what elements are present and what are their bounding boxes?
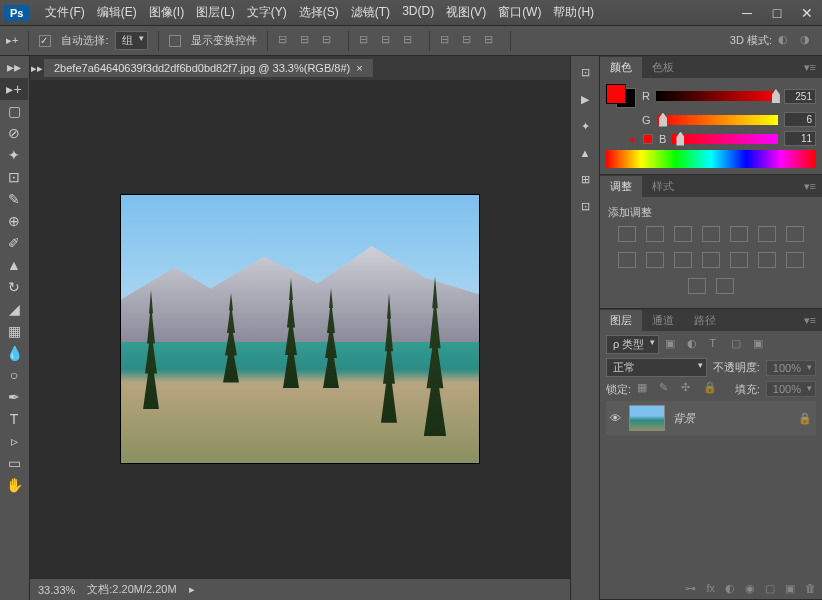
pen-tool[interactable]: ✒ (0, 386, 28, 408)
posterize-icon[interactable] (730, 252, 748, 268)
document-tab[interactable]: 2befe7a64640639f3dd2df6bd0bd82f7.jpg @ 3… (44, 59, 373, 77)
menu-type[interactable]: 文字(Y) (241, 4, 293, 21)
layers-panel-menu-icon[interactable]: ▾≡ (798, 314, 822, 327)
link-layers-icon[interactable]: ⊶ (685, 582, 696, 595)
hue-icon[interactable] (758, 226, 776, 242)
eraser-tool[interactable]: ◢ (0, 298, 28, 320)
threshold-icon[interactable] (786, 252, 804, 268)
wand-tool[interactable]: ✦ (0, 144, 28, 166)
hand-tool[interactable]: ✋ (0, 474, 28, 496)
gradient-map-icon[interactable] (688, 278, 706, 294)
blur-tool[interactable]: 💧 (0, 342, 28, 364)
distribute-icon-1[interactable]: ⊟ (440, 33, 456, 49)
b-input[interactable] (784, 131, 816, 146)
align-icon-2[interactable]: ⊟ (300, 33, 316, 49)
marquee-tool[interactable]: ▢ (0, 100, 28, 122)
selective-color-icon[interactable] (716, 278, 734, 294)
new-layer-icon[interactable]: ▣ (785, 582, 795, 595)
tab-adjustments[interactable]: 调整 (600, 176, 642, 197)
vibrance-icon[interactable] (730, 226, 748, 242)
menu-select[interactable]: 选择(S) (293, 4, 345, 21)
preset-icon[interactable]: ⊡ (581, 200, 590, 213)
maximize-button[interactable]: □ (762, 1, 792, 25)
type-tool[interactable]: T (0, 408, 28, 430)
photo-filter-icon[interactable] (646, 252, 664, 268)
distribute-icon-3[interactable]: ⊟ (484, 33, 500, 49)
fill-input[interactable]: 100% (766, 381, 816, 397)
tab-channels[interactable]: 通道 (642, 310, 684, 331)
tab-swatch[interactable]: 色板 (642, 57, 684, 78)
path-tool[interactable]: ▹ (0, 430, 28, 452)
tab-close-icon[interactable]: × (356, 62, 362, 74)
menu-help[interactable]: 帮助(H) (547, 4, 600, 21)
layer-name[interactable]: 背景 (673, 411, 695, 426)
opacity-input[interactable]: 100% (766, 360, 816, 376)
adjust-panel-menu-icon[interactable]: ▾≡ (798, 180, 822, 193)
bw-icon[interactable] (618, 252, 636, 268)
color-lookup-icon[interactable] (702, 252, 720, 268)
menu-3d[interactable]: 3D(D) (396, 4, 440, 21)
tab-color[interactable]: 颜色 (600, 57, 642, 78)
compass-icon[interactable]: ✦ (581, 120, 590, 133)
exposure-icon[interactable] (702, 226, 720, 242)
color-balance-icon[interactable] (786, 226, 804, 242)
tab-paths[interactable]: 路径 (684, 310, 726, 331)
menu-view[interactable]: 视图(V) (440, 4, 492, 21)
move-tool[interactable]: ▸+ (0, 78, 28, 100)
tab-layers[interactable]: 图层 (600, 310, 642, 331)
align-icon-3[interactable]: ⊟ (322, 33, 338, 49)
status-arrow-icon[interactable]: ▸ (189, 583, 195, 596)
levels-icon[interactable] (646, 226, 664, 242)
stamp-tool[interactable]: ▲ (0, 254, 28, 276)
visibility-icon[interactable]: 👁 (610, 412, 621, 424)
layer-background[interactable]: 👁 背景 🔒 (606, 401, 816, 435)
align-icon-5[interactable]: ⊟ (381, 33, 397, 49)
new-adjust-icon[interactable]: ◉ (745, 582, 755, 595)
menu-file[interactable]: 文件(F) (39, 4, 90, 21)
distribute-icon-2[interactable]: ⊟ (462, 33, 478, 49)
layer-thumbnail[interactable] (629, 405, 665, 431)
auto-select-checkbox[interactable] (39, 35, 51, 47)
g-input[interactable] (784, 112, 816, 127)
play-icon[interactable]: ▶ (581, 93, 589, 106)
filter-image-icon[interactable]: ▣ (665, 337, 681, 353)
channel-mixer-icon[interactable] (674, 252, 692, 268)
shape-tool[interactable]: ▭ (0, 452, 28, 474)
foreground-background-swatch[interactable] (606, 84, 636, 108)
curves-icon[interactable] (674, 226, 692, 242)
invert-icon[interactable] (758, 252, 776, 268)
minimize-button[interactable]: ─ (732, 1, 762, 25)
3d-icon-1[interactable]: ◐ (778, 33, 794, 49)
history-icon[interactable]: ⊡ (581, 66, 590, 79)
align-icon-6[interactable]: ⊟ (403, 33, 419, 49)
r-input[interactable] (784, 89, 816, 104)
g-slider[interactable] (657, 115, 778, 125)
3d-icon-2[interactable]: ◑ (800, 33, 816, 49)
menu-edit[interactable]: 编辑(E) (91, 4, 143, 21)
lock-all-icon[interactable]: 🔒 (703, 381, 719, 397)
filter-smart-icon[interactable]: ▣ (753, 337, 769, 353)
lasso-tool[interactable]: ⊘ (0, 122, 28, 144)
align-icon-4[interactable]: ⊟ (359, 33, 375, 49)
heal-tool[interactable]: ⊕ (0, 210, 28, 232)
filter-text-icon[interactable]: T (709, 337, 725, 353)
new-group-icon[interactable]: ▢ (765, 582, 775, 595)
filter-adjust-icon[interactable]: ◐ (687, 337, 703, 353)
layer-filter-kind[interactable]: ρ 类型 (606, 335, 659, 354)
menu-layer[interactable]: 图层(L) (190, 4, 241, 21)
gradient-tool[interactable]: ▦ (0, 320, 28, 342)
align-icon-1[interactable]: ⊟ (278, 33, 294, 49)
brightness-icon[interactable] (618, 226, 636, 242)
filter-shape-icon[interactable]: ▢ (731, 337, 747, 353)
crop-tool[interactable]: ⊡ (0, 166, 28, 188)
menu-filter[interactable]: 滤镜(T) (345, 4, 396, 21)
collapse-icon[interactable]: ▸▸ (0, 56, 28, 78)
delete-layer-icon[interactable]: 🗑 (805, 582, 816, 595)
fx-icon[interactable]: fx (706, 582, 715, 595)
warn-swatch[interactable] (643, 134, 653, 144)
lock-image-icon[interactable]: ✎ (659, 381, 675, 397)
lock-pos-icon[interactable]: ✣ (681, 381, 697, 397)
eyedropper-tool[interactable]: ✎ (0, 188, 28, 210)
lock-trans-icon[interactable]: ▦ (637, 381, 653, 397)
brush-tool[interactable]: ✐ (0, 232, 28, 254)
